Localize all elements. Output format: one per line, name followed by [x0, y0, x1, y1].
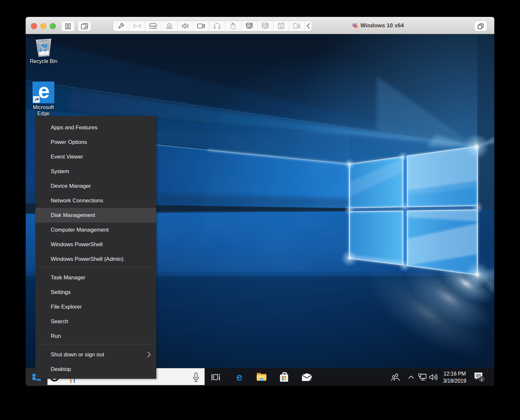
svg-text:e: e	[236, 372, 242, 382]
svg-text:1: 1	[481, 377, 483, 382]
svg-text:e: e	[38, 82, 50, 103]
